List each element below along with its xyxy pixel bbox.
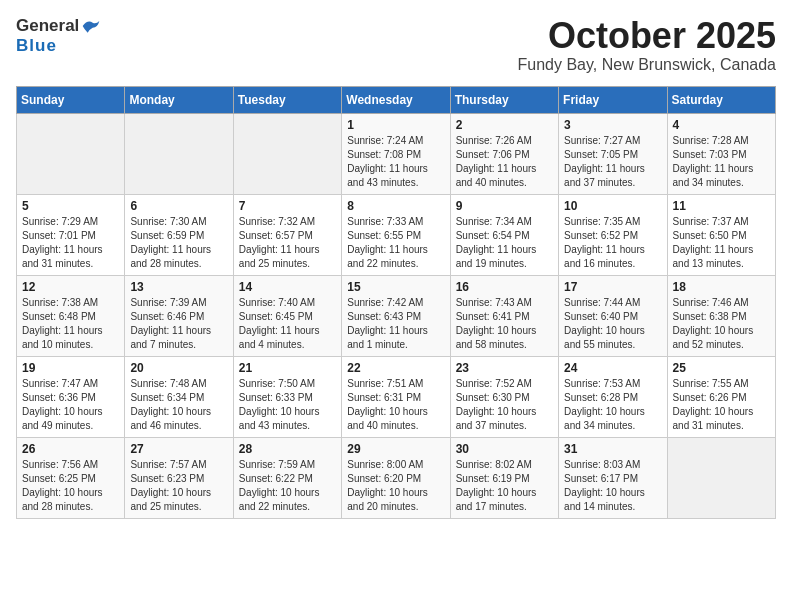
day-info: Sunrise: 7:46 AM Sunset: 6:38 PM Dayligh… bbox=[673, 296, 770, 352]
calendar-cell: 10Sunrise: 7:35 AM Sunset: 6:52 PM Dayli… bbox=[559, 194, 667, 275]
logo: General Blue bbox=[16, 16, 101, 56]
calendar-cell: 17Sunrise: 7:44 AM Sunset: 6:40 PM Dayli… bbox=[559, 275, 667, 356]
day-info: Sunrise: 7:34 AM Sunset: 6:54 PM Dayligh… bbox=[456, 215, 553, 271]
calendar-cell: 31Sunrise: 8:03 AM Sunset: 6:17 PM Dayli… bbox=[559, 437, 667, 518]
day-number: 17 bbox=[564, 280, 661, 294]
header-wednesday: Wednesday bbox=[342, 86, 450, 113]
day-number: 3 bbox=[564, 118, 661, 132]
day-number: 15 bbox=[347, 280, 444, 294]
day-info: Sunrise: 8:02 AM Sunset: 6:19 PM Dayligh… bbox=[456, 458, 553, 514]
logo-blue-text: Blue bbox=[16, 36, 101, 56]
week-row-4: 19Sunrise: 7:47 AM Sunset: 6:36 PM Dayli… bbox=[17, 356, 776, 437]
day-number: 25 bbox=[673, 361, 770, 375]
month-title: October 2025 bbox=[518, 16, 776, 56]
day-info: Sunrise: 7:53 AM Sunset: 6:28 PM Dayligh… bbox=[564, 377, 661, 433]
calendar-cell: 5Sunrise: 7:29 AM Sunset: 7:01 PM Daylig… bbox=[17, 194, 125, 275]
calendar-cell: 25Sunrise: 7:55 AM Sunset: 6:26 PM Dayli… bbox=[667, 356, 775, 437]
day-number: 16 bbox=[456, 280, 553, 294]
day-number: 8 bbox=[347, 199, 444, 213]
calendar-cell: 16Sunrise: 7:43 AM Sunset: 6:41 PM Dayli… bbox=[450, 275, 558, 356]
week-row-1: 1Sunrise: 7:24 AM Sunset: 7:08 PM Daylig… bbox=[17, 113, 776, 194]
calendar-cell: 6Sunrise: 7:30 AM Sunset: 6:59 PM Daylig… bbox=[125, 194, 233, 275]
calendar-table: SundayMondayTuesdayWednesdayThursdayFrid… bbox=[16, 86, 776, 519]
calendar-cell: 19Sunrise: 7:47 AM Sunset: 6:36 PM Dayli… bbox=[17, 356, 125, 437]
day-number: 24 bbox=[564, 361, 661, 375]
calendar-cell: 26Sunrise: 7:56 AM Sunset: 6:25 PM Dayli… bbox=[17, 437, 125, 518]
day-number: 19 bbox=[22, 361, 119, 375]
calendar-cell: 8Sunrise: 7:33 AM Sunset: 6:55 PM Daylig… bbox=[342, 194, 450, 275]
day-info: Sunrise: 7:38 AM Sunset: 6:48 PM Dayligh… bbox=[22, 296, 119, 352]
calendar-cell bbox=[17, 113, 125, 194]
day-info: Sunrise: 7:37 AM Sunset: 6:50 PM Dayligh… bbox=[673, 215, 770, 271]
location-text: Fundy Bay, New Brunswick, Canada bbox=[518, 56, 776, 74]
day-info: Sunrise: 7:26 AM Sunset: 7:06 PM Dayligh… bbox=[456, 134, 553, 190]
day-info: Sunrise: 7:43 AM Sunset: 6:41 PM Dayligh… bbox=[456, 296, 553, 352]
calendar-cell: 2Sunrise: 7:26 AM Sunset: 7:06 PM Daylig… bbox=[450, 113, 558, 194]
day-number: 27 bbox=[130, 442, 227, 456]
calendar-cell: 14Sunrise: 7:40 AM Sunset: 6:45 PM Dayli… bbox=[233, 275, 341, 356]
day-number: 6 bbox=[130, 199, 227, 213]
header-thursday: Thursday bbox=[450, 86, 558, 113]
calendar-cell: 23Sunrise: 7:52 AM Sunset: 6:30 PM Dayli… bbox=[450, 356, 558, 437]
day-number: 10 bbox=[564, 199, 661, 213]
page-header: General Blue October 2025 Fundy Bay, New… bbox=[16, 16, 776, 74]
day-info: Sunrise: 7:33 AM Sunset: 6:55 PM Dayligh… bbox=[347, 215, 444, 271]
calendar-cell: 9Sunrise: 7:34 AM Sunset: 6:54 PM Daylig… bbox=[450, 194, 558, 275]
day-info: Sunrise: 8:03 AM Sunset: 6:17 PM Dayligh… bbox=[564, 458, 661, 514]
calendar-cell bbox=[125, 113, 233, 194]
day-number: 29 bbox=[347, 442, 444, 456]
week-row-2: 5Sunrise: 7:29 AM Sunset: 7:01 PM Daylig… bbox=[17, 194, 776, 275]
day-number: 5 bbox=[22, 199, 119, 213]
day-number: 2 bbox=[456, 118, 553, 132]
header-saturday: Saturday bbox=[667, 86, 775, 113]
header-sunday: Sunday bbox=[17, 86, 125, 113]
day-number: 22 bbox=[347, 361, 444, 375]
calendar-cell: 30Sunrise: 8:02 AM Sunset: 6:19 PM Dayli… bbox=[450, 437, 558, 518]
calendar-cell: 20Sunrise: 7:48 AM Sunset: 6:34 PM Dayli… bbox=[125, 356, 233, 437]
day-number: 11 bbox=[673, 199, 770, 213]
day-info: Sunrise: 7:32 AM Sunset: 6:57 PM Dayligh… bbox=[239, 215, 336, 271]
week-row-3: 12Sunrise: 7:38 AM Sunset: 6:48 PM Dayli… bbox=[17, 275, 776, 356]
day-info: Sunrise: 7:27 AM Sunset: 7:05 PM Dayligh… bbox=[564, 134, 661, 190]
calendar-cell: 3Sunrise: 7:27 AM Sunset: 7:05 PM Daylig… bbox=[559, 113, 667, 194]
day-number: 9 bbox=[456, 199, 553, 213]
day-info: Sunrise: 7:57 AM Sunset: 6:23 PM Dayligh… bbox=[130, 458, 227, 514]
header-monday: Monday bbox=[125, 86, 233, 113]
day-info: Sunrise: 7:50 AM Sunset: 6:33 PM Dayligh… bbox=[239, 377, 336, 433]
calendar-header-row: SundayMondayTuesdayWednesdayThursdayFrid… bbox=[17, 86, 776, 113]
day-number: 12 bbox=[22, 280, 119, 294]
calendar-cell: 22Sunrise: 7:51 AM Sunset: 6:31 PM Dayli… bbox=[342, 356, 450, 437]
day-info: Sunrise: 7:44 AM Sunset: 6:40 PM Dayligh… bbox=[564, 296, 661, 352]
day-number: 23 bbox=[456, 361, 553, 375]
calendar-cell: 13Sunrise: 7:39 AM Sunset: 6:46 PM Dayli… bbox=[125, 275, 233, 356]
day-info: Sunrise: 7:51 AM Sunset: 6:31 PM Dayligh… bbox=[347, 377, 444, 433]
calendar-cell: 4Sunrise: 7:28 AM Sunset: 7:03 PM Daylig… bbox=[667, 113, 775, 194]
day-number: 4 bbox=[673, 118, 770, 132]
calendar-cell: 18Sunrise: 7:46 AM Sunset: 6:38 PM Dayli… bbox=[667, 275, 775, 356]
calendar-cell bbox=[233, 113, 341, 194]
header-tuesday: Tuesday bbox=[233, 86, 341, 113]
day-info: Sunrise: 7:29 AM Sunset: 7:01 PM Dayligh… bbox=[22, 215, 119, 271]
calendar-cell: 12Sunrise: 7:38 AM Sunset: 6:48 PM Dayli… bbox=[17, 275, 125, 356]
day-number: 30 bbox=[456, 442, 553, 456]
day-number: 13 bbox=[130, 280, 227, 294]
calendar-cell: 1Sunrise: 7:24 AM Sunset: 7:08 PM Daylig… bbox=[342, 113, 450, 194]
calendar-cell: 11Sunrise: 7:37 AM Sunset: 6:50 PM Dayli… bbox=[667, 194, 775, 275]
logo-general-text: General bbox=[16, 16, 79, 36]
day-info: Sunrise: 7:48 AM Sunset: 6:34 PM Dayligh… bbox=[130, 377, 227, 433]
day-number: 31 bbox=[564, 442, 661, 456]
calendar-cell bbox=[667, 437, 775, 518]
logo-bird-icon bbox=[81, 16, 101, 36]
calendar-cell: 15Sunrise: 7:42 AM Sunset: 6:43 PM Dayli… bbox=[342, 275, 450, 356]
title-block: October 2025 Fundy Bay, New Brunswick, C… bbox=[518, 16, 776, 74]
day-number: 20 bbox=[130, 361, 227, 375]
day-info: Sunrise: 7:52 AM Sunset: 6:30 PM Dayligh… bbox=[456, 377, 553, 433]
calendar-body: 1Sunrise: 7:24 AM Sunset: 7:08 PM Daylig… bbox=[17, 113, 776, 518]
day-number: 7 bbox=[239, 199, 336, 213]
day-info: Sunrise: 7:59 AM Sunset: 6:22 PM Dayligh… bbox=[239, 458, 336, 514]
calendar-cell: 27Sunrise: 7:57 AM Sunset: 6:23 PM Dayli… bbox=[125, 437, 233, 518]
day-info: Sunrise: 7:30 AM Sunset: 6:59 PM Dayligh… bbox=[130, 215, 227, 271]
day-info: Sunrise: 7:35 AM Sunset: 6:52 PM Dayligh… bbox=[564, 215, 661, 271]
day-info: Sunrise: 7:39 AM Sunset: 6:46 PM Dayligh… bbox=[130, 296, 227, 352]
day-info: Sunrise: 7:42 AM Sunset: 6:43 PM Dayligh… bbox=[347, 296, 444, 352]
